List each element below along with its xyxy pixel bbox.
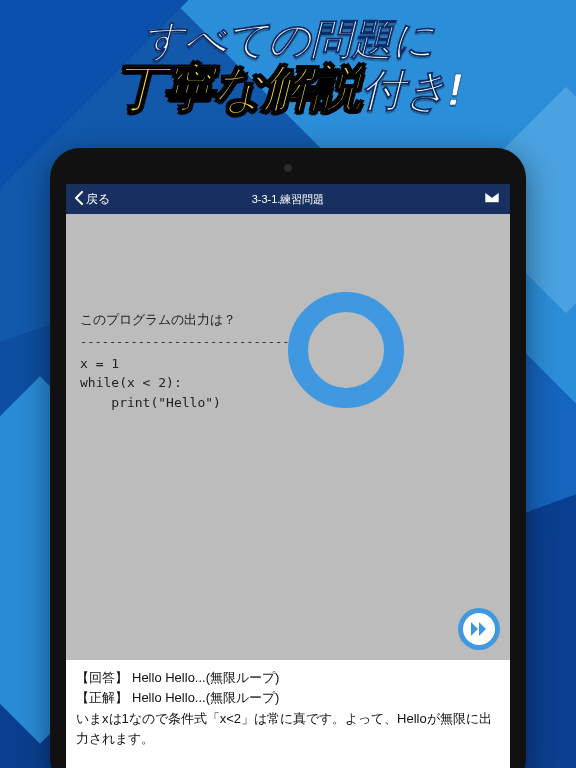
question-code: x = 1 while(x < 2): print("Hello") bbox=[80, 354, 310, 413]
mail-icon bbox=[484, 193, 500, 207]
question-block: このプログラムの出力は？ ---------------------------… bbox=[80, 310, 310, 412]
tablet-camera bbox=[284, 164, 292, 172]
correct-value: Hello Hello...(無限ループ) bbox=[132, 688, 279, 708]
answer-value: Hello Hello...(無限ループ) bbox=[132, 668, 279, 688]
divider-line: ------------------------------- bbox=[80, 333, 310, 352]
correct-label: 【正解】 bbox=[76, 688, 128, 708]
mail-button[interactable] bbox=[484, 192, 500, 207]
answer-label: 【回答】 bbox=[76, 668, 128, 688]
tablet-frame: 戻る 3-3-1.練習問題 このプログラムの出力は？ -------------… bbox=[50, 148, 526, 768]
question-area: このプログラムの出力は？ ---------------------------… bbox=[66, 214, 510, 660]
question-prompt: このプログラムの出力は？ bbox=[80, 310, 310, 330]
answer-row: 【回答】 Hello Hello...(無限ループ) bbox=[76, 668, 500, 688]
app-header: 戻る 3-3-1.練習問題 bbox=[66, 184, 510, 214]
correct-row: 【正解】 Hello Hello...(無限ループ) bbox=[76, 688, 500, 708]
explanation-panel: 【回答】 Hello Hello...(無限ループ) 【正解】 Hello He… bbox=[66, 660, 510, 768]
explanation-body: いまxは1なので条件式「x<2」は常に真です。よって、Helloが無限に出力され… bbox=[76, 709, 500, 748]
app-screen: 戻る 3-3-1.練習問題 このプログラムの出力は？ -------------… bbox=[66, 184, 510, 768]
correct-ring-icon bbox=[288, 292, 404, 408]
fast-forward-icon bbox=[463, 613, 495, 645]
screen-title: 3-3-1.練習問題 bbox=[66, 192, 510, 207]
next-button[interactable] bbox=[458, 608, 500, 650]
